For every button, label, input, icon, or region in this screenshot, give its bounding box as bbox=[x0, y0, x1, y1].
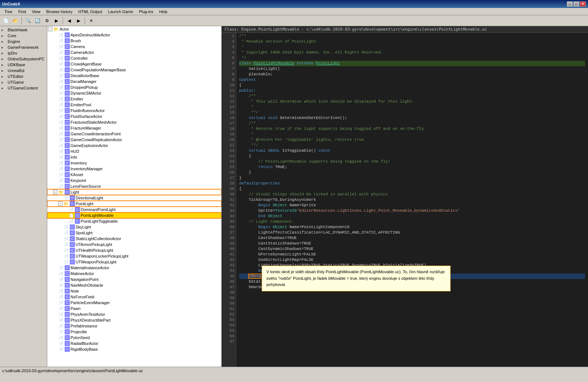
menu-item-find[interactable]: Find bbox=[15, 9, 29, 15]
tree-item-radialbluractor[interactable]: 📄CRadialBlurActor bbox=[47, 341, 221, 346]
tree-item-keypoint[interactable]: 📄CKeypoint bbox=[47, 178, 221, 183]
tree-item-rigidbodybase[interactable]: 📄CRigidBodyBase bbox=[47, 346, 221, 352]
code-line-10: cpptext bbox=[239, 77, 585, 83]
tree-item-note[interactable]: 📄CNote bbox=[47, 288, 221, 294]
tree-item-pointlight[interactable]: −📁CPointLight bbox=[47, 201, 221, 207]
tree-item-droppedpickup[interactable]: 📄CDroppedPickup bbox=[47, 84, 221, 90]
menu-item-html-output[interactable]: HTML Output bbox=[75, 9, 105, 15]
tree-item-info[interactable]: 📄CInfo bbox=[47, 154, 221, 160]
menu-item-view[interactable]: View bbox=[29, 9, 44, 15]
tool-4[interactable]: ▶ bbox=[52, 16, 61, 25]
tree-item-staticlightcollectionactor[interactable]: 📄CStaticLightCollectionActor bbox=[47, 236, 221, 242]
tree-item-crowdpopulationmanagerbase[interactable]: 📄CCrowdPopulationManagerBase bbox=[47, 67, 221, 73]
expand-btn[interactable]: − bbox=[58, 202, 63, 206]
refresh-button[interactable]: 🔄 bbox=[33, 16, 42, 25]
open-button[interactable]: 📂 bbox=[11, 16, 20, 25]
tree-item-crowdagentbase[interactable]: 📄CCrowdAgentBase bbox=[47, 61, 221, 67]
code-content[interactable]: /** * Movable version of PointLight. * *… bbox=[236, 33, 588, 367]
tree-item-navmeshobstacle[interactable]: 📄CNavMeshObstacle bbox=[47, 282, 221, 288]
tree-item-uthealthpickuplight[interactable]: 📄CUTHealthPickupLight bbox=[47, 247, 221, 253]
tree-item-pylonseed[interactable]: 📄CPylonSeed bbox=[47, 335, 221, 341]
tree-item-utweaponpickuplight[interactable]: 📄CUTWeaponPickupLight bbox=[47, 259, 221, 265]
tree-item-decalmanager[interactable]: 📄CDecalManager bbox=[47, 79, 221, 84]
menu-item-plug-ins[interactable]: Plug-ins bbox=[136, 9, 156, 15]
tree-item-fracturedstaticmeshactor[interactable]: 📄CFracturedStaticMeshActor bbox=[47, 119, 221, 125]
left-tree-item-uteditor[interactable]: ▸UTEditor bbox=[0, 73, 47, 79]
tree-item-spotlight[interactable]: 📄CSpotLight bbox=[47, 230, 221, 236]
tree-item-fracturemanager[interactable]: 📄CFractureManager bbox=[47, 125, 221, 131]
tree-item-gamecrowdreplicationactor[interactable]: 📄CGameCrowdReplicationActor bbox=[47, 137, 221, 143]
tree-item-utweaponlockerpickuplight[interactable]: 📄CUTWeaponLockerPickupLight bbox=[47, 253, 221, 259]
code-area[interactable]: 1234567891011121314151617181920212223242… bbox=[222, 33, 588, 367]
tree-item-projectile[interactable]: 📄CProjectile bbox=[47, 329, 221, 335]
tree-item-light[interactable]: −📁CLight bbox=[47, 189, 221, 195]
tree-item-utarmorpickuplight[interactable]: 📄CUTArmorPickupLight bbox=[47, 242, 221, 247]
menu-item-tree[interactable]: Tree bbox=[1, 9, 15, 15]
tree-item-hud[interactable]: 📄CHUD bbox=[47, 148, 221, 154]
tree-item-particleeventmanager[interactable]: 📄CParticleEventManager bbox=[47, 300, 221, 306]
tree-item-gameexplosionactor[interactable]: 📄CGameExplosionActor bbox=[47, 143, 221, 148]
tree-item-pointlightmovable[interactable]: 📄CPointLightMovable bbox=[47, 212, 221, 218]
tree-item-cameraactor[interactable]: 📄CCameraActor bbox=[47, 49, 221, 55]
prev-button[interactable]: ◀ bbox=[65, 16, 73, 25]
menu-item-launch-game[interactable]: Launch Game bbox=[105, 9, 136, 15]
tree-icon: 📄 bbox=[58, 67, 64, 72]
tree-item-matineeactor[interactable]: 📄CMatineeActor bbox=[47, 271, 221, 276]
tree-item-camera[interactable]: 📄CCamera bbox=[47, 44, 221, 49]
left-tree-item-engine[interactable]: ▸Engine bbox=[0, 39, 47, 44]
stop-button[interactable]: ✕ bbox=[87, 16, 96, 25]
tree-item-lensflaresource[interactable]: 📄CLensFlareSource bbox=[47, 183, 221, 189]
tree-item-dynamicsmactor[interactable]: 📄CDynamicSMActor bbox=[47, 90, 221, 96]
tree-item-fluidsurfaceactor[interactable]: 📄CFluidSurfaceActor bbox=[47, 114, 221, 119]
minimize-button[interactable]: ─ bbox=[567, 1, 573, 7]
middle-panel[interactable]: −📁Actor📄CApexDestructibleActor📄CBrush📄CC… bbox=[47, 26, 222, 367]
tree-item-physxdestructiblepart[interactable]: 📄CPhysXDestructiblePart bbox=[47, 317, 221, 323]
tree-item-nxforcefield[interactable]: 📄CNxForceField bbox=[47, 294, 221, 300]
menu-item-browse-history[interactable]: Browse history bbox=[43, 9, 75, 15]
tree-item-controller[interactable]: 📄CController bbox=[47, 55, 221, 61]
tool-3[interactable]: ⚙ bbox=[43, 16, 51, 25]
next-button[interactable]: ▶ bbox=[74, 16, 83, 25]
new-button[interactable]: 📄 bbox=[1, 16, 10, 25]
tree-item-decalactorbase[interactable]: 📄CDecalActorBase bbox=[47, 73, 221, 79]
tree-item-inventorymanager[interactable]: 📄CInventoryManager bbox=[47, 166, 221, 172]
left-tree-item-utgamecontent[interactable]: ▸UTGameContent bbox=[0, 85, 47, 91]
left-tree-item-blackhawk[interactable]: ▸BlackHawk bbox=[0, 27, 47, 33]
tree-item-fluidinfluenceactor[interactable]: 📄CFluidInfluenceActor bbox=[47, 108, 221, 114]
tree-item-navigationpoint[interactable]: 📄CNavigationPoint bbox=[47, 276, 221, 282]
tree-item-dominantpointlight[interactable]: 📄CDominantPointLight bbox=[47, 207, 221, 212]
tree-item-skylight[interactable]: 📄CSkyLight bbox=[47, 224, 221, 230]
tree-item-kasset[interactable]: 📄CKAsset bbox=[47, 172, 221, 178]
left-tree-item-ipdrv[interactable]: ▸IpDrv bbox=[0, 50, 47, 56]
tree-item-emitter[interactable]: 📄CEmitter bbox=[47, 96, 221, 102]
search-button[interactable]: 🔍 bbox=[24, 16, 32, 25]
tree-icon: 📄 bbox=[58, 341, 64, 346]
tree-item-inventory[interactable]: 📄CInventory bbox=[47, 160, 221, 166]
expand-btn[interactable]: − bbox=[48, 27, 52, 31]
tree-item-pointlighttoggleable[interactable]: 📄CPointLightToggleable bbox=[47, 218, 221, 224]
left-tree-item-unrealed[interactable]: ▸UnrealEd bbox=[0, 68, 47, 73]
close-button[interactable]: ✕ bbox=[580, 1, 586, 7]
tree-item-materialinstanceactor[interactable]: 📄CMaterialInstanceActor bbox=[47, 265, 221, 271]
tree-item-emitterpool[interactable]: 📄CEmitterPool bbox=[47, 102, 221, 108]
tree-item-gamecrowdinteractionpoint[interactable]: 📄CGameCrowdInteractionPoint bbox=[47, 131, 221, 137]
tree-item-physanimtestactor[interactable]: 📄CPhysAnimTestActor bbox=[47, 311, 221, 317]
class-icon: C bbox=[65, 306, 70, 311]
tree-item-actor[interactable]: −📁Actor bbox=[47, 26, 221, 32]
tree-icon: 📄 bbox=[58, 294, 64, 299]
tree-item-prefabinstance[interactable]: 📄CPrefabInstance bbox=[47, 323, 221, 329]
class-icon: C bbox=[70, 236, 75, 241]
menu-item-help[interactable]: Help bbox=[156, 9, 170, 15]
left-panel[interactable]: ▸BlackHawk▸Core▸Engine▸GameFramework▸IpD… bbox=[0, 26, 47, 367]
maximize-button[interactable]: □ bbox=[573, 1, 579, 7]
tree-item-brush[interactable]: 📄CBrush bbox=[47, 38, 221, 44]
tree-item-directionallight[interactable]: 📄CDirectionalLight bbox=[47, 195, 221, 201]
expand-btn[interactable]: − bbox=[53, 190, 57, 194]
left-tree-item-udkbase[interactable]: ▸UDKBase bbox=[0, 62, 47, 68]
left-tree-item-gameframework[interactable]: ▸GameFramework bbox=[0, 44, 47, 50]
left-tree-item-utgame[interactable]: ▸UTGame bbox=[0, 79, 47, 85]
tree-item-apexdestructibleactor[interactable]: 📄CApexDestructibleActor bbox=[47, 32, 221, 38]
left-tree-item-onlinesubsystempc[interactable]: ▸OnlineSubsystemPC bbox=[0, 56, 47, 62]
left-tree-item-core[interactable]: ▸Core bbox=[0, 33, 47, 39]
tree-item-pawn[interactable]: 📄CPawn bbox=[47, 306, 221, 311]
